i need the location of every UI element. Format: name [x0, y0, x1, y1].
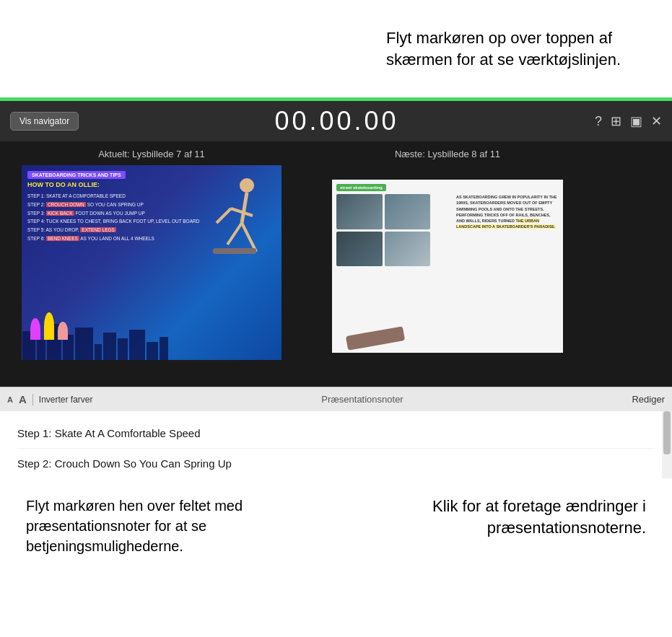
note-item-1: Step 1: Skate At A Comfortable Speed — [17, 418, 655, 449]
current-slide-tag: skateboarding tricks and tips — [27, 171, 126, 179]
nav-button[interactable]: Vis navigator — [10, 112, 79, 131]
svg-line-2 — [227, 223, 242, 245]
photo-2 — [385, 194, 431, 229]
close-icon[interactable]: ✕ — [651, 113, 662, 129]
current-slide-container: Aktuelt: Lysbillede 7 af 11 skateboardin… — [22, 149, 282, 360]
svg-line-4 — [217, 208, 231, 223]
next-slide-container: Næste: Lysbillede 8 af 11 street skatebo… — [332, 149, 563, 353]
svg-point-0 — [240, 178, 254, 193]
toolbar-icons: ? ⊞ ▣ ✕ — [595, 113, 662, 129]
notes-bar-title: Præsentationsnoter — [99, 394, 627, 405]
svg-rect-6 — [213, 248, 256, 254]
font-decrease-button[interactable]: A — [7, 395, 13, 404]
figure-decorations — [30, 312, 68, 340]
current-slide-title: HOW TO DO AN OLLIE: — [27, 181, 100, 188]
photo-1 — [336, 194, 383, 229]
skater-icon — [202, 172, 267, 302]
notes-inner: Step 1: Skate At A Comfortable Speed Ste… — [0, 411, 672, 478]
font-increase-button[interactable]: A — [19, 393, 27, 405]
scrollbar-thumb[interactable] — [663, 411, 671, 454]
notes-content: Step 1: Skate At A Comfortable Speed Ste… — [0, 411, 672, 478]
next-slide-tag: street skateboarding — [336, 184, 386, 191]
next-slide-inner: street skateboarding AS SKATEBOARDING GR… — [332, 180, 563, 353]
photo-3 — [336, 232, 383, 267]
separator — [32, 394, 33, 405]
note-item-2: Step 2: Crouch Down So You Can Spring Up — [17, 449, 655, 478]
next-slide-photos — [336, 194, 430, 266]
top-annotation-text: Flyt markøren op over toppen af skærmen … — [386, 27, 655, 70]
svg-line-3 — [242, 223, 256, 252]
invert-colors-button[interactable]: Inverter farver — [39, 395, 93, 405]
next-slide-label: Næste: Lysbillede 8 af 11 — [395, 149, 500, 159]
current-slide-inner: skateboarding tricks and tips HOW TO DO … — [22, 165, 282, 360]
photo-4 — [385, 232, 431, 267]
svg-line-1 — [242, 193, 247, 223]
next-slide-text: AS SKATEBOARDING GREW IN POPULARITY IN T… — [456, 194, 557, 230]
current-slide-frame: skateboarding tricks and tips HOW TO DO … — [22, 165, 282, 360]
slides-area: Aktuelt: Lysbillede 7 af 11 skateboardin… — [0, 141, 672, 387]
current-slide-label: Aktuelt: Lysbillede 7 af 11 — [98, 149, 205, 159]
bottom-left-annotation: Flyt markøren hen over feltet med præsen… — [0, 478, 336, 637]
edit-button[interactable]: Rediger — [632, 394, 665, 405]
top-annotation-area: Flyt markøren op over toppen af skærmen … — [369, 0, 672, 97]
next-slide-board — [346, 326, 405, 351]
grid-icon[interactable]: ⊞ — [611, 113, 621, 129]
help-icon[interactable]: ? — [595, 114, 602, 129]
bottom-right-annotation: Klik for at foretage ændringer i præsent… — [336, 478, 673, 637]
notes-scrollbar[interactable] — [662, 411, 672, 478]
notes-bar: A A Inverter farver Præsentationsnoter R… — [0, 387, 672, 411]
next-slide-frame: street skateboarding AS SKATEBOARDING GR… — [332, 180, 563, 353]
layout-icon[interactable]: ▣ — [630, 113, 642, 129]
timer-display: 00.00.00 — [79, 106, 595, 136]
bottom-annotations: Flyt markøren hen over feltet med præsen… — [0, 478, 672, 637]
toolbar: Vis navigator 00.00.00 ? ⊞ ▣ ✕ — [0, 101, 672, 141]
